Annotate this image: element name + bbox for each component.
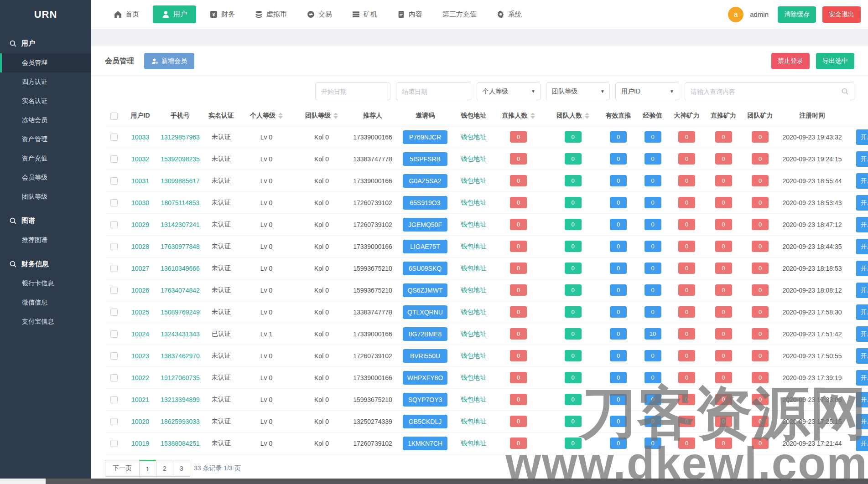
- invite-code-badge[interactable]: 8G72BME8: [403, 327, 447, 341]
- row-checkbox[interactable]: [110, 134, 118, 141]
- invite-code-badge[interactable]: P769NJCR: [403, 130, 447, 144]
- table-row[interactable]: 10029 13142307241 未认证 Lv 0 Kol 0 1726073…: [105, 214, 868, 236]
- phone-link[interactable]: 15388084251: [161, 440, 200, 447]
- export-selected-button[interactable]: 导出选中: [816, 53, 854, 69]
- nav-item-user[interactable]: 用户: [153, 5, 196, 23]
- invite-code-badge[interactable]: WHPXFY8O: [403, 371, 447, 385]
- wallet-address-link[interactable]: 钱包地址: [461, 352, 486, 359]
- col-exp[interactable]: 经验值: [635, 106, 670, 126]
- user-id-link[interactable]: 10023: [131, 352, 149, 360]
- nav-item-crypto[interactable]: 虚拟币: [249, 5, 293, 23]
- invite-code-badge[interactable]: G0AZ5SA2: [403, 174, 447, 188]
- col-realname[interactable]: 实名认证: [203, 106, 239, 126]
- sort-icon[interactable]: [530, 113, 535, 119]
- table-row[interactable]: 10031 13099885617 未认证 Lv 0 Kol 0 1733900…: [105, 170, 868, 192]
- row-checkbox[interactable]: [110, 309, 118, 316]
- start-date-input[interactable]: [315, 82, 390, 100]
- phone-link[interactable]: 13129857963: [161, 134, 200, 141]
- sort-icon[interactable]: [333, 113, 338, 119]
- select-all-checkbox[interactable]: [110, 113, 118, 120]
- invite-code-badge[interactable]: 1KMKN7CH: [403, 437, 447, 450]
- phone-link[interactable]: 13837462970: [161, 352, 200, 360]
- table-row[interactable]: 10021 13213394899 未认证 Lv 0 Kol 0 1599367…: [105, 389, 868, 411]
- row-checkbox[interactable]: [110, 177, 118, 185]
- row-checkbox[interactable]: [110, 330, 118, 338]
- invite-code-badge[interactable]: GB5CKDLJ: [403, 415, 447, 428]
- invite-code-badge[interactable]: QTLXQRNU: [403, 305, 447, 319]
- search-icon[interactable]: [841, 88, 849, 95]
- user-id-link[interactable]: 10026: [131, 287, 149, 294]
- user-id-link[interactable]: 10022: [131, 374, 149, 381]
- add-member-button[interactable]: 新增会员: [144, 53, 194, 69]
- row-checkbox[interactable]: [110, 440, 118, 447]
- table-row[interactable]: 10032 15392098235 未认证 Lv 0 Kol 0 1338374…: [105, 148, 868, 170]
- row-checkbox[interactable]: [110, 155, 118, 163]
- user-id-link[interactable]: 10027: [131, 265, 149, 272]
- page-button-1[interactable]: 1: [139, 460, 156, 477]
- phone-link[interactable]: 13243431343: [161, 330, 200, 338]
- page-button-2[interactable]: 2: [156, 460, 173, 477]
- table-row[interactable]: 10028 17630977848 未认证 Lv 0 Kol 0 1733900…: [105, 236, 868, 257]
- search-field-select[interactable]: 用户ID ▼: [615, 82, 679, 100]
- sidebar-section-finance-title[interactable]: 财务信息: [0, 254, 91, 274]
- user-id-link[interactable]: 10030: [131, 199, 149, 206]
- table-row[interactable]: 10024 13243431343 已认证 Lv 1 Kol 0 1733900…: [105, 323, 868, 345]
- enable-realname-button[interactable]: 开启实名: [856, 283, 868, 298]
- phone-link[interactable]: 13213394899: [161, 396, 200, 403]
- wallet-address-link[interactable]: 钱包地址: [461, 264, 486, 272]
- invite-code-badge[interactable]: SQYP7OY3: [403, 393, 447, 407]
- phone-link[interactable]: 18625993033: [161, 418, 200, 425]
- sidebar-item-wechat-info[interactable]: 微信信息: [0, 293, 91, 312]
- wallet-address-link[interactable]: 钱包地址: [461, 133, 486, 140]
- sidebar-item-member-level[interactable]: 会员等级: [0, 168, 91, 187]
- sidebar-item-member-manage[interactable]: 会员管理: [0, 53, 91, 72]
- nav-item-miner[interactable]: 矿机: [346, 5, 384, 23]
- sidebar-item-four-party-auth[interactable]: 四方认证: [0, 72, 91, 92]
- phone-link[interactable]: 15392098235: [161, 155, 200, 163]
- table-row[interactable]: 10033 13129857963 未认证 Lv 0 Kol 0 1733900…: [105, 126, 868, 148]
- nav-item-finance[interactable]: ¥ 财务: [203, 5, 241, 23]
- wallet-address-link[interactable]: 钱包地址: [461, 199, 486, 206]
- col-reg-time[interactable]: 注册时间: [777, 106, 847, 126]
- wallet-address-link[interactable]: 钱包地址: [461, 242, 486, 250]
- col-invite-code[interactable]: 邀请码: [395, 106, 455, 126]
- enable-realname-button[interactable]: 开启实名: [856, 436, 868, 451]
- col-user-id[interactable]: 用户ID: [123, 106, 157, 126]
- enable-realname-button[interactable]: 开启实名: [856, 414, 868, 429]
- clear-cache-button[interactable]: 清除缓存: [778, 6, 816, 23]
- search-input[interactable]: [685, 82, 854, 100]
- col-direct-count[interactable]: 直推人数: [492, 106, 545, 126]
- wallet-address-link[interactable]: 钱包地址: [461, 308, 486, 315]
- user-id-link[interactable]: 10021: [131, 396, 149, 403]
- col-wallet[interactable]: 钱包地址: [455, 106, 492, 126]
- horizontal-scrollbar-thumb[interactable]: [46, 479, 868, 484]
- phone-link[interactable]: 17634074842: [161, 287, 200, 294]
- table-row[interactable]: 10023 13837462970 未认证 Lv 0 Kol 0 1726073…: [105, 345, 868, 367]
- col-personal-level[interactable]: 个人等级: [239, 106, 293, 126]
- col-team-level[interactable]: 团队等级: [293, 106, 350, 126]
- wallet-address-link[interactable]: 钱包地址: [461, 439, 486, 447]
- table-row[interactable]: 10022 19127060735 未认证 Lv 0 Kol 0 1733900…: [105, 367, 868, 389]
- sidebar-item-frozen-members[interactable]: 冻结会员: [0, 111, 91, 130]
- wallet-address-link[interactable]: 钱包地址: [461, 221, 486, 228]
- row-checkbox[interactable]: [110, 418, 118, 425]
- enable-realname-button[interactable]: 开启实名: [856, 261, 868, 276]
- table-row[interactable]: 10030 18075114853 未认证 Lv 0 Kol 0 1726073…: [105, 192, 868, 214]
- enable-realname-button[interactable]: 开启实名: [856, 304, 868, 320]
- user-id-link[interactable]: 10031: [131, 177, 149, 185]
- user-id-link[interactable]: 10032: [131, 155, 149, 163]
- col-direct-power[interactable]: 直推矿力: [703, 106, 743, 126]
- page-button-3[interactable]: 3: [173, 460, 190, 477]
- enable-realname-button[interactable]: 开启实名: [856, 348, 868, 364]
- wallet-address-link[interactable]: 钱包地址: [461, 155, 486, 162]
- user-id-link[interactable]: 10019: [131, 440, 149, 447]
- col-team-count[interactable]: 团队人数: [545, 106, 601, 126]
- col-referrer[interactable]: 推荐人: [350, 106, 395, 126]
- row-checkbox[interactable]: [110, 374, 118, 381]
- nav-item-trade[interactable]: 交易: [301, 5, 338, 23]
- ban-login-button[interactable]: 禁止登录: [771, 53, 810, 69]
- col-valid-direct[interactable]: 有效直推: [601, 106, 635, 126]
- row-checkbox[interactable]: [110, 265, 118, 272]
- end-date-input[interactable]: [396, 82, 471, 100]
- enable-realname-button[interactable]: 开启实名: [856, 151, 868, 167]
